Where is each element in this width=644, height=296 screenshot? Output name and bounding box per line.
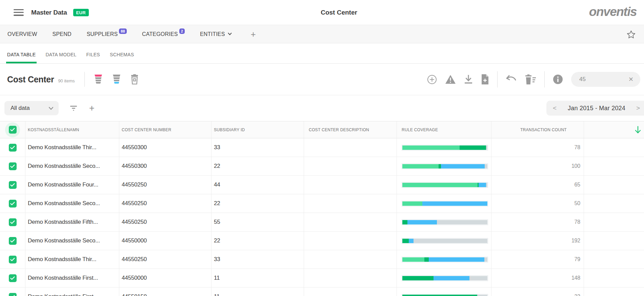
tab-data-table[interactable]: DATA TABLE <box>7 52 36 63</box>
tab-files[interactable]: FILES <box>86 52 100 63</box>
cell-description <box>304 157 397 175</box>
filter-funnel-icon[interactable] <box>69 105 78 112</box>
nav-tab-spend[interactable]: SPEND <box>53 31 72 37</box>
row-checkbox[interactable] <box>9 293 17 296</box>
table-row[interactable]: Demo Kostnadsställe Fifth...445502505578 <box>0 213 644 232</box>
database-blue-icon[interactable] <box>112 74 121 84</box>
add-tab-button[interactable]: + <box>251 31 256 38</box>
items-count: 90 items <box>58 78 75 83</box>
selection-count-field[interactable]: 45 ✕ <box>571 72 640 87</box>
page-title: Cost Center <box>0 9 644 16</box>
cell-cost-center-number: 44550250 <box>119 213 212 231</box>
add-circle-icon[interactable] <box>427 75 437 84</box>
view-selector-value: All data <box>11 105 30 112</box>
undo-icon[interactable] <box>506 75 517 84</box>
column-header-transaction-count[interactable]: TRANSACTION COUNT <box>491 121 584 138</box>
column-header-number[interactable]: COST CENTER NUMBER <box>119 121 212 138</box>
cell-name: Demo Kostnadsställe Fifth... <box>25 213 119 231</box>
cell-subsidiary-id: 22 <box>212 232 304 250</box>
row-checkbox[interactable] <box>9 162 17 170</box>
row-checkbox[interactable] <box>9 256 17 263</box>
clear-selection-icon[interactable]: ✕ <box>628 76 633 83</box>
table-header-row: KOSTNADSSTÄLLENAMN COST CENTER NUMBER SU… <box>0 121 644 138</box>
add-filter-button[interactable]: + <box>89 103 95 114</box>
table-row[interactable]: Demo Kostnadsställe First...445500001114… <box>0 269 644 288</box>
cell-subsidiary-id: 22 <box>212 157 304 175</box>
coverage-bar <box>402 201 488 206</box>
cell-subsidiary-id: 11 <box>212 269 304 287</box>
row-select-cell <box>0 157 25 175</box>
coverage-segment-light_green <box>402 183 478 187</box>
row-select-cell <box>0 288 25 296</box>
cell-transaction-count: 50 <box>491 194 584 213</box>
nav-tab-entities[interactable]: ENTITIES <box>200 31 232 37</box>
row-select-cell <box>0 194 25 213</box>
coverage-segment-blue <box>409 239 414 243</box>
hamburger-menu-icon[interactable] <box>14 9 24 16</box>
date-range-picker[interactable]: < Jan 2015 - Mar 2024 > <box>546 101 644 116</box>
cell-extra <box>584 232 644 250</box>
caret-down-icon <box>49 107 53 110</box>
column-header-subsidiary[interactable]: SUBSIDIARY ID <box>212 121 304 138</box>
table-row[interactable]: Demo Kostnadsställe Thir...445502503379 <box>0 250 644 269</box>
favorite-star-icon[interactable] <box>626 30 636 39</box>
select-all-checkbox[interactable] <box>9 126 17 134</box>
row-checkbox[interactable] <box>9 200 17 208</box>
view-selector-dropdown[interactable]: All data <box>4 101 59 115</box>
cell-rule-coverage <box>397 176 491 194</box>
trash-x-icon[interactable] <box>130 74 139 84</box>
sort-down-arrow-icon[interactable] <box>635 126 641 134</box>
table-row[interactable]: Demo Kostnadsställe Thir...445503003378 <box>0 138 644 157</box>
table-row[interactable]: Demo Kostnadsställe Seco...4455030022100 <box>0 157 644 176</box>
coverage-bar <box>402 163 488 169</box>
database-pink-icon[interactable] <box>94 74 103 84</box>
nav-tab-label: OVERVIEW <box>7 31 37 37</box>
cell-rule-coverage <box>397 194 491 213</box>
currency-badge: EUR <box>73 9 89 16</box>
cell-rule-coverage <box>397 269 491 287</box>
cell-extra <box>584 176 644 194</box>
cell-description <box>304 138 397 157</box>
info-icon[interactable] <box>553 74 563 84</box>
warning-icon[interactable] <box>445 75 456 84</box>
cell-cost-center-number: 44550300 <box>119 157 212 175</box>
nav-tab-suppliers[interactable]: SUPPLIERS 88 <box>87 31 127 37</box>
table-row[interactable]: Demo Kostnadsställe Four...445502504465 <box>0 176 644 194</box>
column-header-name[interactable]: KOSTNADSSTÄLLENAMN <box>25 121 119 138</box>
download-icon[interactable] <box>464 75 473 84</box>
row-checkbox[interactable] <box>9 218 17 226</box>
cell-description <box>304 194 397 213</box>
column-header-description[interactable]: COST CENTER DESCRIPTION <box>304 121 397 138</box>
delete-list-icon[interactable] <box>525 74 536 84</box>
divider <box>84 72 85 87</box>
coverage-segment-blue <box>434 276 470 280</box>
row-checkbox[interactable] <box>9 274 17 282</box>
toolbar: Cost Center 90 items <box>0 64 644 95</box>
nav-tab-overview[interactable]: OVERVIEW <box>7 31 37 37</box>
prev-period-icon[interactable]: < <box>553 104 557 112</box>
nav-tab-categories[interactable]: CATEGORIES 2 <box>142 31 185 37</box>
tab-data-model[interactable]: DATA MODEL <box>45 52 76 63</box>
selection-count-value: 45 <box>579 76 586 83</box>
row-select-cell <box>0 232 25 250</box>
tab-schemas[interactable]: SCHEMAS <box>110 52 134 63</box>
table-row[interactable]: Demo Kostnadsställe Seco...445502502250 <box>0 194 644 213</box>
cell-transaction-count: 23 <box>491 288 584 296</box>
table-row[interactable]: Demo Kostnadsställe First...445501501123 <box>0 288 644 296</box>
cell-description <box>304 176 397 194</box>
row-checkbox[interactable] <box>9 181 17 189</box>
row-select-cell <box>0 250 25 269</box>
next-period-icon[interactable]: > <box>636 104 640 112</box>
row-checkbox[interactable] <box>9 144 17 152</box>
cell-extra <box>584 250 644 269</box>
column-header-rule-coverage[interactable]: RULE COVERAGE <box>397 121 491 138</box>
file-add-icon[interactable] <box>481 74 489 84</box>
cell-transaction-count: 78 <box>491 138 584 157</box>
cell-extra <box>584 288 644 296</box>
chevron-down-icon <box>227 32 232 36</box>
table-row[interactable]: Demo Kostnadsställe Seco...4455000022192 <box>0 232 644 250</box>
row-checkbox[interactable] <box>9 237 17 245</box>
cell-description <box>304 269 397 287</box>
cell-cost-center-number: 44550250 <box>119 250 212 269</box>
coverage-bar <box>402 257 488 262</box>
